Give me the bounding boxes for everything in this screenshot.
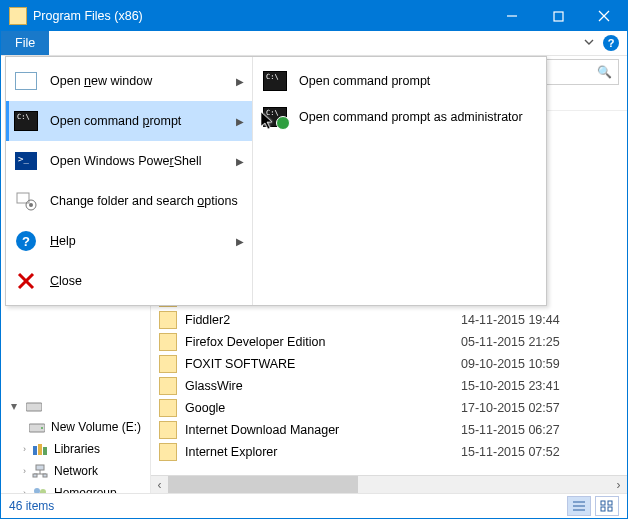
file-menu-label: Close (50, 274, 82, 288)
item-count: 46 items (9, 499, 54, 513)
help-icon[interactable]: ? (603, 35, 619, 51)
svg-point-6 (29, 203, 33, 207)
file-menu-help[interactable]: ? Help ▶ (6, 221, 252, 261)
file-name: Fiddler2 (185, 313, 461, 327)
file-menu-close[interactable]: Close (6, 261, 252, 301)
details-view-button[interactable] (567, 496, 591, 516)
submenu-label: Open command prompt (299, 74, 430, 88)
close-icon (14, 269, 38, 293)
svg-point-11 (41, 427, 43, 429)
sidebar-item-network[interactable]: › Network (1, 460, 150, 482)
file-menu-new_window[interactable]: Open new window ▶ (6, 61, 252, 101)
table-row[interactable]: Firefox Developer Edition 05-11-2015 21:… (151, 331, 627, 353)
folder-icon (159, 311, 177, 329)
table-row[interactable]: GlassWire 15-10-2015 23:41 (151, 375, 627, 397)
svg-rect-29 (608, 507, 612, 511)
file-date: 15-10-2015 23:41 (461, 379, 627, 393)
file-menu-label: Help (50, 234, 76, 248)
file-date: 17-10-2015 02:57 (461, 401, 627, 415)
folder-icon (159, 399, 177, 417)
submenu-arrow-icon: ▶ (236, 76, 244, 87)
table-row[interactable]: Internet Download Manager 15-11-2015 06:… (151, 419, 627, 441)
svg-rect-28 (601, 507, 605, 511)
svg-point-21 (40, 489, 46, 493)
cursor-icon (260, 111, 276, 134)
submenu-open_cmd_admin[interactable]: Open command prompt as administrator (253, 99, 546, 135)
file-menu-cmd[interactable]: Open command prompt ▶ (6, 101, 252, 141)
submenu-arrow-icon: ▶ (236, 156, 244, 167)
svg-rect-26 (601, 501, 605, 505)
svg-rect-27 (608, 501, 612, 505)
minimize-button[interactable] (489, 1, 535, 31)
sidebar-item-homegroup[interactable]: › Homegroup (1, 482, 150, 493)
file-menu-label: Open new window (50, 74, 152, 88)
drive-icon (29, 419, 45, 435)
cmd-icon (14, 109, 38, 133)
folder-icon (159, 443, 177, 461)
status-bar: 46 items (1, 493, 627, 518)
file-name: Internet Download Manager (185, 423, 461, 437)
folder-icon (159, 333, 177, 351)
svg-rect-9 (26, 403, 42, 411)
ps-icon (14, 149, 38, 173)
horizontal-scrollbar[interactable]: ‹ › (151, 475, 627, 493)
svg-rect-13 (38, 444, 42, 455)
svg-rect-14 (43, 447, 47, 455)
file-name: Google (185, 401, 461, 415)
search-icon: 🔍 (597, 65, 612, 79)
submenu-arrow-icon: ▶ (236, 116, 244, 127)
folder-icon (9, 7, 27, 25)
folder-icon (159, 377, 177, 395)
folder-icon (159, 355, 177, 373)
file-menu-label: Change folder and search options (50, 194, 238, 208)
icons-view-button[interactable] (595, 496, 619, 516)
file-menu-label: Open Windows PowerShell (50, 154, 201, 168)
table-row[interactable]: Google 17-10-2015 02:57 (151, 397, 627, 419)
file-name: Firefox Developer Edition (185, 335, 461, 349)
homegroup-icon (32, 485, 48, 493)
sidebar-item-label: New Volume (E:) (51, 420, 141, 434)
help-icon: ? (14, 229, 38, 253)
tree-collapse-icon[interactable]: ▾ (1, 396, 150, 416)
expand-ribbon-icon[interactable] (583, 36, 595, 51)
close-button[interactable] (581, 1, 627, 31)
submenu-arrow-icon: ▶ (236, 236, 244, 247)
scroll-thumb[interactable] (168, 476, 358, 493)
file-tab[interactable]: File (1, 31, 49, 55)
file-date: 05-11-2015 21:25 (461, 335, 627, 349)
sidebar-item-drive[interactable]: New Volume (E:) (1, 416, 150, 438)
file-date: 15-11-2015 06:27 (461, 423, 627, 437)
submenu-open_cmd[interactable]: Open command prompt (253, 63, 546, 99)
titlebar: Program Files (x86) (1, 1, 627, 31)
svg-rect-15 (36, 465, 44, 470)
new_window-icon (14, 69, 38, 93)
maximize-button[interactable] (535, 1, 581, 31)
ribbon-tabs: File ? (1, 31, 627, 56)
file-menu-label: Open command prompt (50, 114, 181, 128)
network-icon (32, 463, 48, 479)
scroll-left-icon[interactable]: ‹ (151, 476, 168, 493)
file-menu: Open new window ▶ Open command prompt ▶ … (5, 56, 547, 306)
svg-rect-19 (43, 474, 47, 477)
svg-rect-1 (554, 12, 563, 21)
file-menu-ps[interactable]: Open Windows PowerShell ▶ (6, 141, 252, 181)
file-date: 09-10-2015 10:59 (461, 357, 627, 371)
svg-rect-18 (33, 474, 37, 477)
cmd-icon (263, 71, 287, 91)
svg-point-20 (34, 488, 40, 493)
scroll-right-icon[interactable]: › (610, 476, 627, 493)
sidebar-item-libraries[interactable]: › Libraries (1, 438, 150, 460)
opts-icon (14, 189, 38, 213)
sidebar-item-label: Homegroup (54, 486, 117, 493)
window-title: Program Files (x86) (33, 9, 489, 23)
table-row[interactable]: Fiddler2 14-11-2015 19:44 (151, 309, 627, 331)
table-row[interactable]: FOXIT SOFTWARE 09-10-2015 10:59 (151, 353, 627, 375)
file-name: GlassWire (185, 379, 461, 393)
sidebar-item-label: Network (54, 464, 98, 478)
submenu-label: Open command prompt as administrator (299, 110, 523, 124)
explorer-window: Program Files (x86) File ? 🔍 Open new wi… (0, 0, 628, 519)
file-menu-opts[interactable]: Change folder and search options (6, 181, 252, 221)
file-date: 15-11-2015 07:52 (461, 445, 627, 459)
sidebar-item-label: Libraries (54, 442, 100, 456)
table-row[interactable]: Internet Explorer 15-11-2015 07:52 (151, 441, 627, 463)
